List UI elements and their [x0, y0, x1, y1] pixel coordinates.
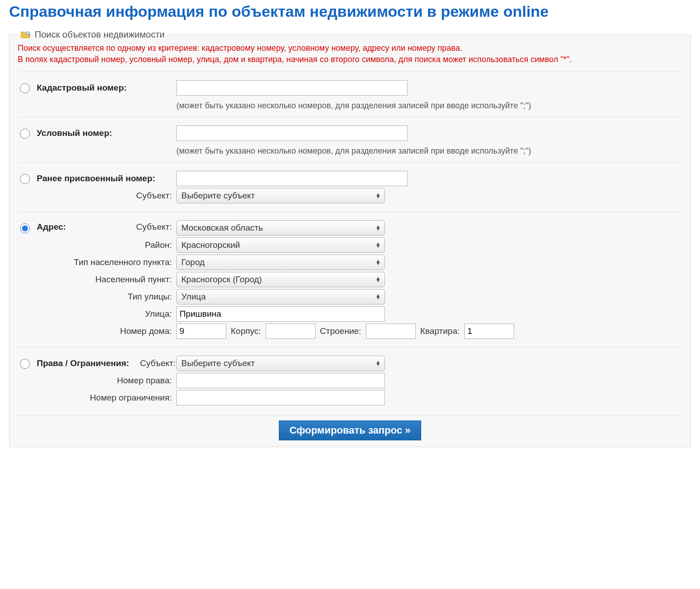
label-cadastral: Кадастровый номер:	[37, 83, 126, 93]
radio-conditional[interactable]	[20, 129, 30, 139]
chevron-updown-icon: ▲▼	[375, 193, 381, 198]
select-address-settlement-type-value: Город	[181, 257, 204, 267]
chevron-updown-icon: ▲▼	[375, 260, 381, 265]
select-address-settlement-type[interactable]: Город ▲▼	[176, 255, 385, 270]
chevron-updown-icon: ▲▼	[375, 225, 381, 230]
input-cadastral[interactable]	[176, 80, 408, 96]
label-address-building: Строение:	[320, 326, 361, 336]
input-conditional[interactable]	[176, 126, 408, 141]
label-address-district: Район:	[145, 240, 172, 250]
select-rights-subject[interactable]: Выберите субъект ▲▼	[176, 356, 385, 371]
label-address-korpus: Корпус:	[231, 326, 261, 336]
label-address-settlement-type: Тип населенного пункта:	[74, 257, 172, 267]
search-panel: Поиск объектов недвижимости Поиск осущес…	[9, 29, 691, 447]
radio-previous[interactable]	[20, 174, 30, 184]
select-address-settlement[interactable]: Красногорск (Город) ▲▼	[176, 272, 385, 287]
label-address-settlement: Населенный пункт:	[95, 275, 172, 285]
radio-address[interactable]	[20, 223, 30, 233]
input-address-flat[interactable]	[464, 323, 514, 339]
input-rights-restrictionno[interactable]	[176, 390, 385, 406]
input-previous[interactable]	[176, 171, 408, 186]
select-address-district-value: Красногорский	[181, 240, 240, 250]
chevron-updown-icon: ▲▼	[375, 242, 381, 247]
note-conditional: (может быть указано несколько номеров, д…	[176, 146, 531, 156]
label-address-street-type: Тип улицы:	[127, 292, 172, 302]
input-address-korpus[interactable]	[266, 323, 316, 339]
label-address-subject: Субъект:	[136, 222, 172, 232]
input-rights-rightno[interactable]	[176, 373, 385, 388]
section-conditional: Условный номер: (может быть указано неск…	[18, 117, 682, 162]
select-rights-subject-value: Выберите субъект	[181, 358, 255, 368]
footer-bar: Сформировать запрос »	[18, 415, 682, 440]
label-previous: Ранее присвоенный номер:	[37, 174, 155, 183]
label-address-street: Улица:	[145, 309, 172, 319]
section-address: Адрес: Субъект: Московская область ▲▼ Ра…	[18, 212, 682, 347]
page-title: Справочная информация по объектам недвиж…	[9, 2, 691, 21]
select-address-district[interactable]: Красногорский ▲▼	[176, 237, 385, 253]
select-address-settlement-value: Красногорск (Город)	[181, 275, 262, 285]
radio-cadastral[interactable]	[20, 83, 30, 93]
label-rights-restrictionno: Номер ограничения:	[90, 393, 172, 403]
label-address-flat: Квартира:	[420, 326, 460, 336]
section-cadastral: Кадастровый номер: (может быть указано н…	[18, 72, 682, 117]
search-folder-icon	[20, 30, 30, 39]
svg-point-0	[26, 31, 29, 34]
chevron-updown-icon: ▲▼	[375, 361, 381, 366]
hint-line-2: В полях кадастровый номер, условный номе…	[18, 54, 682, 65]
select-previous-subject-value: Выберите субъект	[181, 191, 255, 201]
select-address-street-type-value: Улица	[181, 292, 206, 302]
select-previous-subject[interactable]: Выберите субъект ▲▼	[176, 188, 385, 203]
search-hint: Поиск осуществляется по одному из критер…	[18, 43, 682, 65]
submit-button[interactable]: Сформировать запрос »	[279, 420, 421, 440]
input-address-house[interactable]	[176, 323, 226, 339]
radio-rights[interactable]	[20, 359, 30, 369]
select-address-street-type[interactable]: Улица ▲▼	[176, 289, 385, 304]
label-address-house: Номер дома:	[120, 326, 172, 336]
label-previous-subject: Субъект:	[136, 191, 172, 201]
label-rights: Права / Ограничения:	[37, 358, 129, 368]
select-address-subject-value: Московская область	[181, 223, 263, 233]
hint-line-1: Поиск осуществляется по одному из критер…	[18, 43, 682, 54]
label-rights-rightno: Номер права:	[117, 376, 172, 386]
panel-legend: Поиск объектов недвижимости	[18, 29, 167, 40]
chevron-updown-icon: ▲▼	[375, 294, 381, 299]
section-rights: Права / Ограничения: Субъект: Выберите с…	[18, 347, 682, 414]
label-conditional: Условный номер:	[37, 128, 112, 138]
section-previous: Ранее присвоенный номер: Субъект: Выбери…	[18, 162, 682, 212]
input-address-building[interactable]	[366, 323, 416, 339]
panel-legend-text: Поиск объектов недвижимости	[35, 29, 165, 39]
label-rights-subject: Субъект:	[140, 358, 176, 368]
input-address-street[interactable]	[176, 306, 385, 322]
label-address: Адрес:	[37, 222, 66, 232]
chevron-updown-icon: ▲▼	[375, 277, 381, 282]
select-address-subject[interactable]: Московская область ▲▼	[176, 220, 385, 236]
note-cadastral: (может быть указано несколько номеров, д…	[176, 101, 531, 111]
